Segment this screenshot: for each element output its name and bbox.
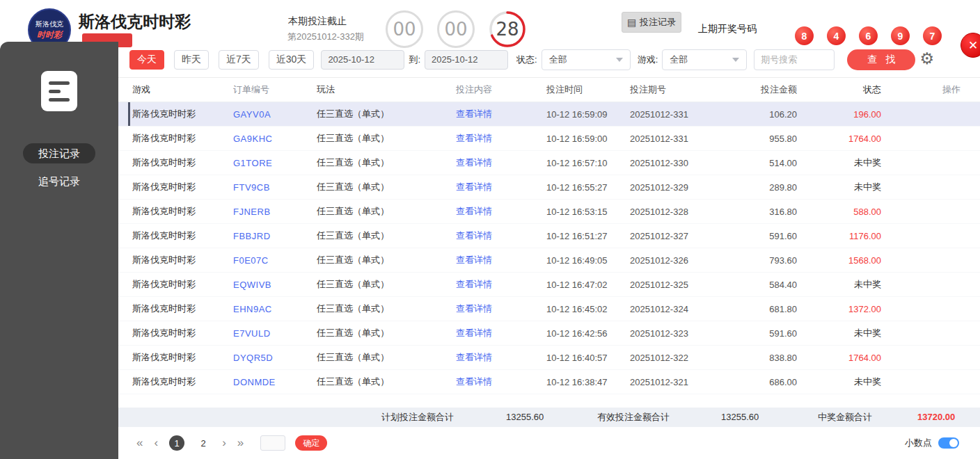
cell-bet-amount: 316.80 (731, 207, 797, 217)
cell-status: 588.00 (797, 207, 881, 217)
cell-play-type: 任三直选（单式） (317, 205, 456, 218)
table-row[interactable]: 斯洛伐克时时彩 GAYV0A 任三直选（单式） 查看详情 10-12 16:59… (118, 102, 980, 127)
cell-game: 斯洛伐克时时彩 (128, 230, 233, 242)
cell-play-type: 任三直选（单式） (317, 303, 456, 315)
prev-page-button[interactable]: ‹ (154, 436, 158, 450)
countdown-digit: 28 (489, 10, 526, 48)
cell-play-type: 任三直选（单式） (317, 351, 456, 364)
cell-bet-issue: 20251012-326 (630, 255, 731, 266)
document-icon: ▤ (627, 17, 636, 27)
table-body: 斯洛伐克时时彩 GAYV0A 任三直选（单式） 查看详情 10-12 16:59… (118, 102, 980, 394)
table-row[interactable]: 斯洛伐克时时彩 G1TORE 任三直选（单式） 查看详情 10-12 16:57… (118, 151, 980, 175)
next-page-button[interactable]: › (222, 436, 226, 450)
countdown-minutes-tens: 00 (386, 10, 423, 48)
cell-bet-amount: 591.60 (731, 231, 797, 241)
view-detail-link[interactable]: 查看详情 (456, 328, 492, 338)
decimal-toggle[interactable] (938, 437, 959, 449)
cell-game: 斯洛伐克时时彩 (128, 303, 233, 315)
cell-bet-issue: 20251012-328 (630, 207, 731, 217)
countdown-seconds: 28 (489, 10, 526, 48)
table-row[interactable]: 斯洛伐克时时彩 FJNERB 任三直选（单式） 查看详情 10-12 16:53… (118, 200, 980, 224)
table-row[interactable]: 斯洛伐克时时彩 DONMDE 任三直选（单式） 查看详情 10-12 16:38… (118, 370, 980, 394)
first-page-button[interactable]: « (136, 436, 143, 450)
view-detail-link[interactable]: 查看详情 (456, 255, 492, 265)
cell-bet-time: 10-12 16:38:47 (546, 377, 630, 387)
view-detail-link[interactable]: 查看详情 (456, 108, 492, 119)
modal-sidebar: 投注记录 追号记录 (0, 42, 118, 459)
cell-bet-issue: 20251012-323 (630, 328, 731, 339)
logo-text-line1: 斯洛伐克 (35, 19, 63, 29)
view-detail-link[interactable]: 查看详情 (456, 157, 492, 168)
page-button-1[interactable]: 1 (169, 435, 184, 451)
table-row[interactable]: 斯洛伐克时时彩 DYQR5D 任三直选（单式） 查看详情 10-12 16:40… (118, 346, 980, 370)
valid-total-label: 有效投注金额合计 (597, 408, 670, 427)
page-title: 斯洛伐克时时彩 (79, 11, 191, 33)
order-number-link[interactable]: FTV9CB (233, 182, 317, 193)
order-number-link[interactable]: GAYV0A (233, 109, 317, 120)
order-number-link[interactable]: GA9KHC (233, 134, 317, 144)
cell-game: 斯洛伐克时时彩 (128, 108, 233, 120)
page-jump-confirm-button[interactable]: 确定 (295, 435, 327, 451)
cell-bet-time: 10-12 16:57:10 (546, 158, 630, 168)
column-header-content: 投注内容 (456, 83, 546, 96)
page-jump-input[interactable] (260, 435, 285, 451)
cell-game: 斯洛伐克时时彩 (128, 132, 233, 145)
bet-record-button[interactable]: ▤ 投注记录 (622, 12, 681, 33)
deadline-issue: 第20251012-332期 (287, 31, 364, 43)
view-detail-link[interactable]: 查看详情 (456, 230, 492, 241)
valid-total-value: 13255.60 (721, 408, 759, 427)
order-number-link[interactable]: EQWIVB (233, 280, 317, 290)
cell-bet-time: 10-12 16:59:00 (546, 134, 630, 144)
cell-status: 1764.00 (797, 353, 881, 363)
table-row[interactable]: 斯洛伐克时时彩 E7VULD 任三直选（单式） 查看详情 10-12 16:42… (118, 321, 980, 346)
table-row[interactable]: 斯洛伐克时时彩 F0E07C 任三直选（单式） 查看详情 10-12 16:49… (118, 248, 980, 273)
view-detail-link[interactable]: 查看详情 (456, 303, 492, 314)
cell-bet-issue: 20251012-321 (630, 377, 731, 387)
table-row[interactable]: 斯洛伐克时时彩 EHN9AC 任三直选（单式） 查看详情 10-12 16:45… (118, 297, 980, 321)
view-detail-link[interactable]: 查看详情 (456, 279, 492, 289)
view-detail-link[interactable]: 查看详情 (456, 206, 492, 216)
order-number-link[interactable]: FJNERB (233, 207, 317, 217)
order-number-link[interactable]: E7VULD (233, 328, 317, 339)
order-number-link[interactable]: G1TORE (233, 158, 317, 168)
table-row[interactable]: 斯洛伐克时时彩 FTV9CB 任三直选（单式） 查看详情 10-12 16:55… (118, 175, 980, 200)
sidebar-item-bet-records[interactable]: 投注记录 (23, 143, 95, 163)
cell-game: 斯洛伐克时时彩 (128, 156, 233, 169)
last-page-button[interactable]: » (237, 436, 244, 450)
cell-play-type: 任三直选（单式） (317, 108, 456, 120)
cell-bet-time: 10-12 16:47:02 (546, 280, 630, 290)
sidebar-item-chase-records[interactable]: 追号记录 (23, 173, 95, 190)
cell-play-type: 任三直选（单式） (317, 181, 456, 193)
page-button-2[interactable]: 2 (196, 438, 211, 449)
order-number-link[interactable]: F0E07C (233, 255, 317, 266)
cell-play-type: 任三直选（单式） (317, 230, 456, 242)
order-number-link[interactable]: DYQR5D (233, 353, 317, 363)
cell-game: 斯洛伐克时时彩 (128, 278, 233, 291)
win-total-value: 13720.00 (917, 408, 955, 427)
table-row[interactable]: 斯洛伐克时时彩 FBBJRD 任三直选（单式） 查看详情 10-12 16:51… (118, 224, 980, 248)
cell-bet-amount: 686.00 (731, 377, 797, 387)
view-detail-link[interactable]: 查看详情 (456, 376, 492, 387)
view-detail-link[interactable]: 查看详情 (456, 133, 492, 143)
close-icon[interactable]: ✕ (961, 33, 980, 58)
view-detail-link[interactable]: 查看详情 (456, 182, 492, 192)
bet-records-modal: 今天 昨天 近7天 近30天 到: 状态: 全部 游戏: 全部 查找 ⚙ 游戏 … (118, 42, 980, 459)
table-row[interactable]: 斯洛伐克时时彩 EQWIVB 任三直选（单式） 查看详情 10-12 16:47… (118, 273, 980, 297)
cell-bet-time: 10-12 16:42:56 (546, 328, 630, 339)
view-detail-link[interactable]: 查看详情 (456, 352, 492, 362)
order-number-link[interactable]: FBBJRD (233, 231, 317, 241)
countdown-digit: 00 (388, 13, 421, 46)
deadline-label: 本期投注截止 (288, 15, 347, 28)
cell-play-type: 任三直选（单式） (317, 156, 456, 169)
cell-bet-amount: 106.20 (731, 109, 797, 120)
cell-game: 斯洛伐克时时彩 (128, 181, 233, 193)
column-header-game: 游戏 (128, 83, 233, 96)
cell-bet-time: 10-12 16:51:27 (546, 231, 630, 241)
bet-record-icon (41, 71, 77, 111)
plan-total-label: 计划投注金额合计 (381, 408, 454, 427)
table-row[interactable]: 斯洛伐克时时彩 GA9KHC 任三直选（单式） 查看详情 10-12 16:59… (118, 127, 980, 151)
last-draw-label: 上期开奖号码 (698, 23, 757, 35)
order-number-link[interactable]: EHN9AC (233, 304, 317, 314)
order-number-link[interactable]: DONMDE (233, 377, 317, 387)
last-draw-numbers: 8 4 6 9 7 (795, 26, 942, 45)
